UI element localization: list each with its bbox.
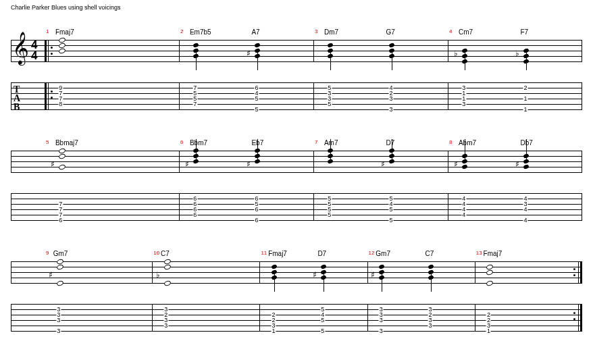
- tab-beat: 3113: [459, 78, 469, 116]
- chord-beat: ♯: [251, 28, 265, 73]
- tab-beat: 6566: [251, 189, 262, 227]
- system: Fmaj7Em7b5A7Dm7G7Cm7F7𝄞4412♯34♭♭TAB97787…: [11, 19, 582, 116]
- tab-beat: 5555: [324, 189, 335, 227]
- measure: 8♯♯: [448, 139, 582, 184]
- chord-beat: ♭: [459, 28, 472, 73]
- accidental-icon: ♯: [185, 159, 189, 169]
- tab-measure: 55555455: [313, 189, 448, 227]
- measure: 9♯: [45, 250, 152, 294]
- tab-fret: 3: [379, 328, 384, 334]
- chord-beat: ♯: [317, 250, 331, 294]
- tab-fret: 7: [192, 101, 197, 107]
- tab-gutter: [11, 189, 45, 227]
- tab-fret: 1: [272, 328, 276, 334]
- tab-measure: 33333233: [367, 300, 475, 338]
- tab-fret: 5: [254, 107, 259, 113]
- tab-gutter: TAB: [11, 78, 45, 116]
- tab-fret: 3: [379, 317, 384, 323]
- chord-beat: ♯: [53, 250, 67, 294]
- accidental-icon: ♯: [454, 159, 458, 169]
- chord-row: Gm7C7Fmaj7D7Gm7C7Fmaj7: [11, 240, 582, 250]
- tab-measure: 44444344: [448, 189, 582, 227]
- accidental-icon: ♭: [515, 49, 519, 58]
- system: Bbmaj7Bbm7Eb7Am7D7Abm7Db75♯6♯♯7♯8♯♯77766…: [11, 130, 582, 227]
- tab-measure: 9778: [45, 78, 179, 116]
- staff: 5♯6♯♯7♯8♯♯: [11, 139, 582, 184]
- tab-staff: TAB977875576455533542333113211: [11, 78, 582, 116]
- chord-beat: ♯: [520, 139, 534, 184]
- measure-number: 11: [261, 250, 267, 256]
- tab-label: TAB: [14, 85, 20, 111]
- tab-beat: 4444: [459, 189, 469, 227]
- tab-fret: 5: [388, 207, 393, 213]
- tab-measure: 7776: [45, 189, 179, 227]
- measure-number: 2: [180, 28, 183, 34]
- staff-gutter: [11, 139, 45, 184]
- chord-beat: [190, 28, 203, 73]
- tab-beat: 3233: [161, 300, 172, 338]
- measure: 13: [475, 250, 582, 294]
- time-signature: 44: [31, 40, 37, 61]
- tab-fret: 4: [523, 207, 527, 213]
- measure: 7♯: [313, 139, 448, 184]
- chord-beat: [55, 28, 69, 73]
- chord-beat: ♯: [376, 250, 389, 294]
- tab-beat: 9778: [55, 78, 66, 116]
- chord-beat: ♯: [459, 139, 472, 184]
- tab-measure: 3233: [152, 300, 259, 338]
- tab-beat: 5335: [324, 78, 335, 116]
- tab-fret: 1: [486, 328, 491, 334]
- measure-number: 13: [476, 250, 482, 256]
- tab-beat: 3333: [376, 300, 386, 338]
- measure: 6♯♯: [179, 139, 313, 184]
- tab-fret: 6: [192, 212, 197, 218]
- chord-beat: ♯: [190, 139, 203, 184]
- tab-fret: 5: [388, 217, 393, 224]
- measure-number: 3: [315, 28, 317, 34]
- measure-number: 9: [46, 250, 49, 256]
- chord-beat: [425, 250, 438, 294]
- system: Gm7C7Fmaj7D7Gm7C7Fmaj79♯10♭11♯12♯1333333…: [11, 240, 582, 338]
- tab-beat: 6455: [251, 78, 262, 116]
- accidental-icon: ♯: [247, 159, 251, 169]
- tab-fret: 4: [461, 212, 466, 218]
- tab-fret: 8: [58, 101, 63, 107]
- accidental-icon: ♯: [515, 159, 519, 169]
- tab-fret: 3: [388, 107, 393, 113]
- chord-row: Fmaj7Em7b5A7Dm7G7Cm7F7: [11, 19, 582, 28]
- tab-measure: 22315455: [259, 300, 367, 338]
- tab-fret: 3: [461, 101, 466, 107]
- tab-fret: 5: [327, 101, 332, 107]
- accidental-icon: ♭: [454, 49, 458, 58]
- chord-beat: [324, 28, 338, 73]
- accidental-icon: ♭: [156, 270, 160, 280]
- chord-beat: [268, 250, 282, 294]
- chord-beat: ♯: [386, 139, 399, 184]
- tab-beat: 5455: [317, 300, 328, 338]
- chord-beat: [386, 28, 399, 73]
- measure-number: 12: [369, 250, 375, 256]
- tab-fret: 6: [58, 217, 63, 224]
- tab-beat: 3233: [425, 300, 436, 338]
- tab-fret: 3: [388, 96, 393, 102]
- tab-fret: 5: [320, 328, 325, 334]
- tab-measure: 2231: [475, 300, 582, 338]
- tab-staff: 7776666665665555545544444344: [11, 189, 582, 227]
- tab-fret: 1: [523, 96, 527, 102]
- measure: 1: [45, 28, 179, 73]
- chord-row: Bbmaj7Bbm7Eb7Am7D7Abm7Db7: [11, 130, 582, 139]
- tab-fret: 3: [56, 317, 61, 323]
- tab-fret: 6: [254, 207, 259, 213]
- chord-beat: ♯: [55, 139, 69, 184]
- measure: 5♯: [45, 139, 179, 184]
- accidental-icon: ♯: [51, 159, 55, 169]
- tab-fret: 1: [523, 107, 527, 113]
- measure-number: 7: [315, 139, 317, 145]
- tab-beat: 2231: [268, 300, 279, 338]
- tab-beat: 7557: [190, 78, 201, 116]
- measure: 10♭: [152, 250, 259, 294]
- tab-measure: 3113211: [448, 78, 582, 116]
- tab-measure: 75576455: [179, 78, 313, 116]
- staff-gutter: [11, 250, 45, 294]
- tab-measure: 53354233: [313, 78, 448, 116]
